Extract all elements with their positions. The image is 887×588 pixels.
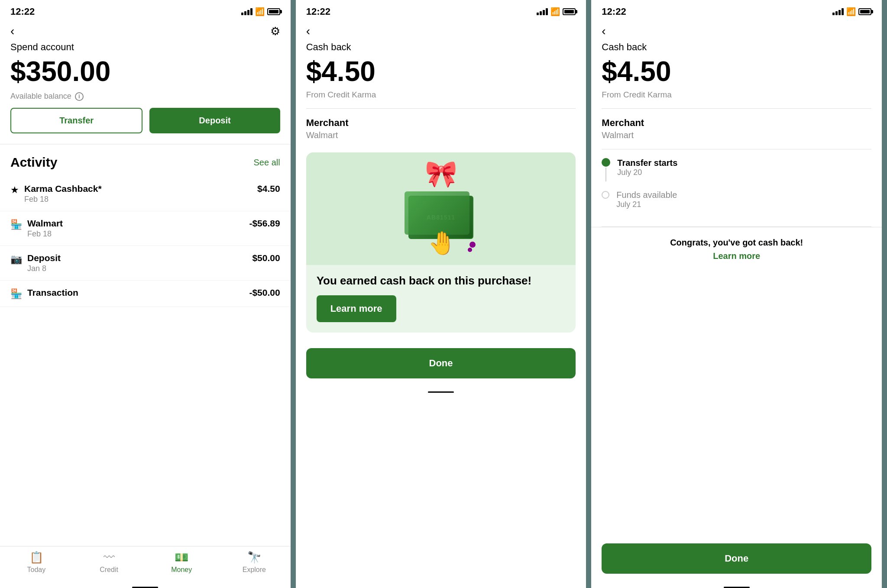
from-label-2: From Credit Karma: [296, 88, 586, 108]
transaction-icon: 🏪: [10, 288, 22, 300]
merchant-label-3: Merchant: [602, 117, 871, 129]
screen-3: 12:22 📶 ‹ Cash back $4.50 From Credit Ka…: [591, 0, 887, 588]
item-amount-3: -$50.00: [249, 288, 280, 298]
item-date-0: Feb 18: [24, 195, 102, 204]
settings-button-1[interactable]: ⚙: [270, 25, 280, 38]
item-name-0: Karma Cashback*: [24, 184, 102, 194]
status-time-3: 12:22: [602, 6, 626, 17]
item-date-2: Jan 8: [27, 264, 61, 273]
timeline-title-0: Transfer starts: [617, 158, 677, 168]
card-text: You earned cash back on this purchase!: [306, 265, 576, 295]
timeline: Transfer starts July 20 Funds available …: [591, 149, 882, 226]
nav-money[interactable]: 💵 Money: [145, 551, 218, 574]
status-time-1: 12:22: [10, 6, 35, 17]
congrats-section: Congrats, you've got cash back! Learn mo…: [591, 227, 882, 271]
battery-icon-3: [858, 8, 871, 15]
learn-more-button-2[interactable]: Learn more: [317, 295, 396, 322]
page-title-2: Cash back: [296, 40, 586, 55]
timeline-item-0: Transfer starts July 20: [602, 158, 871, 181]
wifi-icon-2: 📶: [550, 7, 560, 16]
cashback-illustration: AB81511 🎀 🤚: [306, 152, 576, 265]
wifi-icon-3: 📶: [846, 7, 856, 16]
status-time-2: 12:22: [306, 6, 330, 17]
back-button-2[interactable]: ‹: [306, 24, 310, 38]
status-icons-2: 📶: [537, 7, 576, 16]
battery-icon-2: [563, 8, 576, 15]
cashback-amount-3: $4.50: [591, 55, 882, 88]
learn-more-link-3[interactable]: Learn more: [713, 251, 760, 261]
nav-explore[interactable]: 🔭 Explore: [218, 551, 291, 574]
item-name-2: Deposit: [27, 253, 61, 263]
walmart-icon: 🏪: [10, 219, 22, 230]
merchant-label-2: Merchant: [306, 117, 576, 129]
item-amount-0: $4.50: [257, 184, 280, 194]
info-icon[interactable]: i: [75, 92, 84, 101]
bottom-nav-1: 📋 Today 〰 Credit 💵 Money 🔭 Explore: [0, 546, 291, 584]
today-icon: 📋: [29, 551, 43, 564]
deposit-button[interactable]: Deposit: [149, 108, 280, 133]
timeline-dot-inactive: [602, 191, 609, 199]
credit-icon: 〰: [104, 551, 115, 564]
screen-2: 12:22 📶 ‹ Cash back $4.50 From Credit Ka…: [296, 0, 592, 588]
item-date-1: Feb 18: [27, 229, 63, 239]
timeline-dot-active: [602, 158, 610, 167]
item-name-1: Walmart: [27, 218, 63, 229]
merchant-section-3: Merchant Walmart: [591, 109, 882, 149]
nav-credit-label: Credit: [100, 566, 118, 574]
screen-1: 12:22 📶 ‹ ⚙ Spend account $350.00 Availa…: [0, 0, 296, 588]
activity-item-0[interactable]: ★ Karma Cashback* Feb 18 $4.50: [0, 177, 291, 211]
status-bar-2: 12:22 📶: [296, 0, 586, 21]
merchant-value-3: Walmart: [602, 130, 871, 140]
available-balance-row: Available balance i: [0, 88, 291, 108]
explore-icon: 🔭: [247, 551, 261, 564]
account-label: Spend account: [0, 40, 291, 55]
done-button-2[interactable]: Done: [306, 348, 576, 378]
header-2: ‹: [296, 21, 586, 40]
timeline-title-1: Funds available: [616, 190, 677, 200]
header-1: ‹ ⚙: [0, 21, 291, 40]
activity-header: Activity See all: [0, 145, 291, 177]
timeline-line: [605, 168, 606, 181]
activity-item-2[interactable]: 📷 Deposit Jan 8 $50.00: [0, 246, 291, 281]
status-bar-1: 12:22 📶: [0, 0, 291, 21]
see-all-link[interactable]: See all: [254, 158, 280, 168]
battery-icon-1: [267, 8, 280, 15]
status-bar-3: 12:22 📶: [591, 0, 882, 21]
deposit-icon: 📷: [10, 254, 22, 265]
from-label-3: From Credit Karma: [591, 88, 882, 108]
page-title-3: Cash back: [591, 40, 882, 55]
done-button-3[interactable]: Done: [602, 543, 871, 574]
status-icons-3: 📶: [832, 7, 871, 16]
timeline-item-1: Funds available July 21: [602, 190, 871, 209]
signal-icon-2: [537, 8, 548, 15]
item-amount-2: $50.00: [252, 253, 280, 263]
status-icons-1: 📶: [241, 7, 280, 16]
back-button-1[interactable]: ‹: [10, 24, 14, 38]
money-icon: 💵: [175, 551, 188, 564]
timeline-date-0: July 20: [617, 168, 677, 177]
nav-money-label: Money: [171, 566, 192, 574]
header-3: ‹: [591, 21, 882, 40]
activity-item-1[interactable]: 🏪 Walmart Feb 18 -$56.89: [0, 211, 291, 246]
item-amount-1: -$56.89: [249, 218, 280, 229]
activity-title: Activity: [10, 155, 57, 170]
timeline-date-1: July 21: [616, 200, 677, 209]
available-label: Available balance: [10, 92, 71, 101]
action-buttons: Transfer Deposit: [0, 108, 291, 144]
merchant-section-2: Merchant Walmart: [296, 109, 586, 149]
cashback-card: AB81511 🎀 🤚 You earned cash back on this…: [306, 152, 576, 333]
karma-icon: ★: [10, 184, 19, 196]
signal-icon-1: [241, 8, 253, 15]
cashback-amount-2: $4.50: [296, 55, 586, 88]
nav-today-label: Today: [27, 566, 45, 574]
balance-amount: $350.00: [0, 55, 291, 88]
signal-icon-3: [832, 8, 844, 15]
transfer-button[interactable]: Transfer: [10, 108, 142, 133]
activity-item-3[interactable]: 🏪 Transaction -$50.00: [0, 281, 291, 307]
nav-today[interactable]: 📋 Today: [0, 551, 73, 574]
nav-credit[interactable]: 〰 Credit: [73, 551, 146, 574]
item-name-3: Transaction: [27, 288, 78, 298]
back-button-3[interactable]: ‹: [602, 24, 605, 38]
merchant-value-2: Walmart: [306, 130, 576, 140]
congrats-text: Congrats, you've got cash back!: [602, 238, 871, 248]
